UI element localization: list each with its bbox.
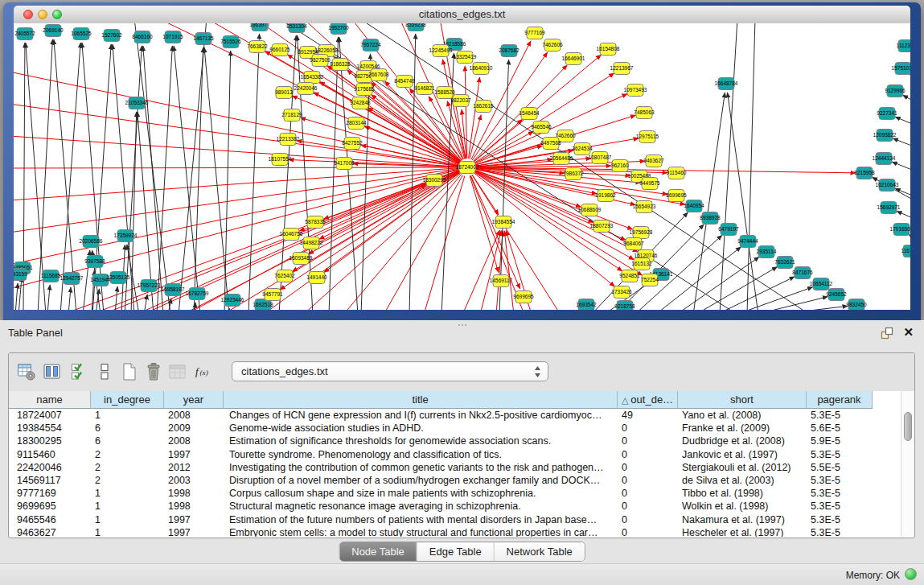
tab-node-table[interactable]: Node Table	[339, 542, 417, 561]
graph-node[interactable]: 8699695	[666, 190, 687, 202]
graph-node[interactable]: 16646901	[562, 53, 585, 65]
graph-node[interactable]: 8938928	[700, 212, 721, 225]
graph-node[interactable]: 16046756	[280, 229, 303, 241]
graph-node[interactable]: 1491440	[306, 272, 327, 284]
graph-node[interactable]: 14569117	[490, 275, 513, 287]
graph-node[interactable]: 2718129	[281, 109, 302, 122]
graph-node[interactable]: 1693542	[576, 299, 597, 311]
panel-resize-grip[interactable]	[458, 323, 467, 328]
graph-node[interactable]: 1527602	[101, 30, 122, 42]
graph-node[interactable]: 8186328	[330, 59, 351, 71]
close-panel-icon[interactable]: ✕	[903, 325, 914, 340]
graph-node[interactable]: 10807487	[589, 152, 612, 164]
graph-node[interactable]: 12942757	[60, 273, 84, 285]
graph-node[interactable]: 9449575	[639, 178, 660, 190]
graph-node[interactable]: 2405572	[14, 28, 35, 40]
graph-node[interactable]: 2069140	[43, 25, 64, 37]
graph-node[interactable]: 7957224	[360, 39, 381, 51]
graph-node[interactable]: 7632621	[774, 257, 795, 269]
graph-node[interactable]: 9245652	[826, 289, 847, 301]
graph-node[interactable]: 10688609	[578, 204, 602, 216]
minimize-window-button[interactable]	[38, 10, 47, 19]
graph-node[interactable]: 1640954	[684, 200, 704, 212]
graph-node[interactable]: 962160	[611, 160, 629, 172]
table-row[interactable]: 2242004622012Investigating the contribut…	[9, 461, 901, 474]
graph-node[interactable]: 9660125	[269, 44, 290, 56]
window-titlebar[interactable]: citations_edges.txt	[14, 6, 910, 24]
table-row[interactable]: 946362711997Embryonic stem cells: a mode…	[9, 526, 901, 537]
graph-node[interactable]: 17957223	[138, 280, 161, 292]
graph-node[interactable]: 9457791	[262, 289, 283, 301]
graph-node[interactable]: 1467135	[193, 33, 214, 45]
graph-node[interactable]: 8466160	[132, 31, 153, 43]
graph-node[interactable]: 16543362	[301, 72, 324, 84]
graph-node[interactable]: 9827509	[310, 55, 331, 67]
graph-node[interactable]: 9129966	[885, 85, 906, 97]
network-table-select[interactable]: citations_edges.txt	[232, 361, 548, 381]
column-header-title[interactable]: title	[224, 391, 618, 409]
column-header-in_degree[interactable]: in_degree	[91, 391, 164, 409]
column-header-year[interactable]: year	[164, 391, 224, 409]
graph-node[interactable]: 1952700	[328, 23, 349, 35]
tab-edge-table[interactable]: Edge Table	[417, 542, 495, 561]
graph-node[interactable]: 19756928	[630, 227, 653, 239]
graph-node[interactable]: 1112304	[897, 40, 910, 52]
graph-node[interactable]: 18807293	[590, 220, 614, 233]
graph-node[interactable]: 1863977	[249, 23, 270, 31]
graph-node[interactable]: 9218758	[614, 301, 635, 311]
graph-node[interactable]: 3624534	[572, 143, 593, 155]
zoom-window-button[interactable]	[52, 10, 62, 19]
tab-network-table[interactable]: Network Table	[495, 542, 585, 561]
graph-node[interactable]: 20564486	[550, 153, 573, 165]
row-height-icon[interactable]	[93, 361, 115, 383]
graph-node[interactable]: 9146821	[414, 83, 435, 95]
graph-node[interactable]: 8427552	[342, 138, 363, 150]
graph-node[interactable]: 15692971	[877, 202, 901, 214]
graph-node[interactable]: 9463627	[643, 155, 664, 167]
graph-node[interactable]: 12923446	[221, 295, 244, 307]
memory-status-led-icon[interactable]	[905, 568, 917, 580]
column-header-short[interactable]: short	[678, 391, 807, 409]
graph-node[interactable]: 9465546	[531, 122, 552, 134]
function-builder-icon[interactable]: f(x)	[194, 361, 216, 383]
graph-node[interactable]: 5878335	[305, 216, 326, 229]
graph-node[interactable]: 16210643	[876, 179, 899, 192]
graph-node[interactable]: 16154808	[597, 43, 620, 56]
graph-node[interactable]: 9417008	[334, 158, 355, 170]
graph-node[interactable]: 10973493	[624, 84, 647, 97]
graph-node[interactable]: 9474444	[737, 236, 758, 248]
graph-node[interactable]: 9397588	[84, 256, 105, 268]
graph-node[interactable]: 1919862	[595, 190, 616, 202]
graph-node[interactable]: 12975115	[636, 131, 659, 143]
graph-node[interactable]: 7663822	[247, 41, 268, 53]
graph-node[interactable]: 9524851	[619, 270, 640, 282]
graph-node[interactable]: 2087682	[499, 45, 519, 57]
graph-node[interactable]: 12093822	[873, 130, 897, 142]
graph-node[interactable]: 9175685	[354, 84, 375, 96]
graph-node[interactable]: 6497568	[540, 138, 561, 150]
table-settings-icon[interactable]	[15, 361, 37, 383]
table-row[interactable]: 911546021997Tourette syndrome. Phenomeno…	[9, 448, 901, 461]
vertical-scrollbar[interactable]	[901, 391, 914, 537]
graph-node[interactable]: 1065525	[71, 28, 92, 40]
graph-node[interactable]: 393159	[14, 269, 27, 281]
table-row[interactable]: 1938455462009Genome-wide association stu…	[9, 422, 901, 435]
table-row[interactable]: 969969511998Structural magnetic resonanc…	[9, 500, 901, 513]
graph-node[interactable]: 1115685	[41, 270, 61, 282]
graph-node[interactable]: 17016504	[890, 224, 910, 236]
graph-node[interactable]: 2803144	[346, 117, 367, 130]
graph-node[interactable]: 9115460	[667, 167, 687, 179]
graph-node[interactable]: 7625402	[274, 270, 295, 282]
graph-node[interactable]: 9777169	[524, 27, 545, 39]
table-row[interactable]: 977716911998Corpus callosum shape and si…	[9, 487, 901, 500]
graph-node[interactable]: 12213967	[610, 63, 634, 75]
graph-node[interactable]: 752254	[641, 274, 659, 286]
column-header-pagerank[interactable]: pagerank	[807, 391, 873, 409]
graph-node[interactable]: 989013	[275, 87, 293, 99]
float-panel-icon[interactable]	[881, 327, 893, 340]
network-canvas[interactable]: 2405572206914010655251527602846616010719…	[14, 23, 910, 310]
graph-node[interactable]: 1588520	[434, 87, 455, 99]
graph-node[interactable]: 1167553	[901, 245, 910, 257]
graph-node[interactable]: 1546454	[519, 108, 540, 120]
graph-node[interactable]: 9832450	[846, 299, 867, 311]
